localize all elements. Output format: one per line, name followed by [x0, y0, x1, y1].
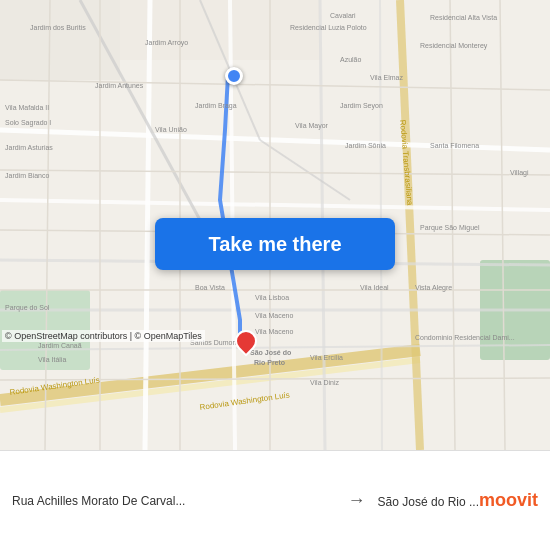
cta-button-label: Take me there	[208, 233, 341, 256]
svg-text:Jardim Antunes: Jardim Antunes	[95, 82, 144, 89]
moovit-label: moovit	[479, 490, 538, 511]
svg-text:Vila Ercília: Vila Ercília	[310, 354, 343, 361]
svg-text:Santa Filomena: Santa Filomena	[430, 142, 479, 149]
svg-text:Vila Mafalda II: Vila Mafalda II	[5, 104, 49, 111]
svg-text:Cavalari: Cavalari	[330, 12, 356, 19]
svg-text:Jardim Asturias: Jardim Asturias	[5, 144, 53, 151]
svg-text:Parque do Sol: Parque do Sol	[5, 304, 50, 312]
svg-text:Azulão: Azulão	[340, 56, 362, 63]
svg-text:Jardim Arroyo: Jardim Arroyo	[145, 39, 188, 47]
app-container: Jardim dos Buritis Jardim Arroyo Cavalar…	[0, 0, 550, 550]
svg-text:Vila Mayor: Vila Mayor	[295, 122, 329, 130]
svg-text:Vila Itália: Vila Itália	[38, 356, 66, 363]
svg-text:Residencial Monterey: Residencial Monterey	[420, 42, 488, 50]
svg-text:Vila Maceno: Vila Maceno	[255, 328, 294, 335]
svg-text:Villagi: Villagi	[510, 169, 529, 177]
take-me-there-button[interactable]: Take me there	[155, 218, 395, 270]
svg-text:Jardim dos Buritis: Jardim dos Buritis	[30, 24, 86, 31]
svg-text:Rio Preto: Rio Preto	[254, 359, 285, 366]
map-area: Jardim dos Buritis Jardim Arroyo Cavalar…	[0, 0, 550, 450]
origin-marker	[225, 67, 243, 85]
svg-text:Vista Alegre: Vista Alegre	[415, 284, 452, 292]
svg-text:Vila Maceno: Vila Maceno	[255, 312, 294, 319]
svg-text:Jardim Braga: Jardim Braga	[195, 102, 237, 110]
route-arrow: →	[348, 490, 366, 511]
svg-text:Vila Ideal: Vila Ideal	[360, 284, 389, 291]
svg-text:Jardim Seyon: Jardim Seyon	[340, 102, 383, 110]
svg-text:Boa Vista: Boa Vista	[195, 284, 225, 291]
moovit-logo: moovit	[479, 490, 538, 511]
svg-text:Vila União: Vila União	[155, 126, 187, 133]
svg-text:Jardim Bianco: Jardim Bianco	[5, 172, 49, 179]
bottom-bar: Rua Achilles Morato De Carval... → São J…	[0, 450, 550, 550]
route-to-wrapper: São José do Rio ...	[378, 492, 479, 510]
svg-text:Condominio Residencial Dami...: Condominio Residencial Dami...	[415, 334, 515, 341]
svg-text:Residencial Alta Vista: Residencial Alta Vista	[430, 14, 497, 21]
svg-text:Vila Lisboa: Vila Lisboa	[255, 294, 289, 301]
svg-text:Vila Elmaz: Vila Elmaz	[370, 74, 403, 81]
svg-text:Residencial Luzia Poloto: Residencial Luzia Poloto	[290, 24, 367, 31]
route-from: Rua Achilles Morato De Carval...	[12, 494, 292, 508]
map-attribution: © OpenStreetMap contributors | © OpenMap…	[2, 330, 205, 342]
svg-text:Vila Diniz: Vila Diniz	[310, 379, 340, 386]
destination-marker	[235, 330, 257, 358]
svg-text:Solo Sagrado I: Solo Sagrado I	[5, 119, 51, 127]
svg-text:Jardim Canaã: Jardim Canaã	[38, 342, 82, 349]
route-to: São José do Rio ...	[378, 495, 479, 509]
svg-text:Parque São Miguel: Parque São Miguel	[420, 224, 480, 232]
route-info: Rua Achilles Morato De Carval...	[12, 494, 336, 508]
svg-text:Jardim Sônia: Jardim Sônia	[345, 142, 386, 149]
